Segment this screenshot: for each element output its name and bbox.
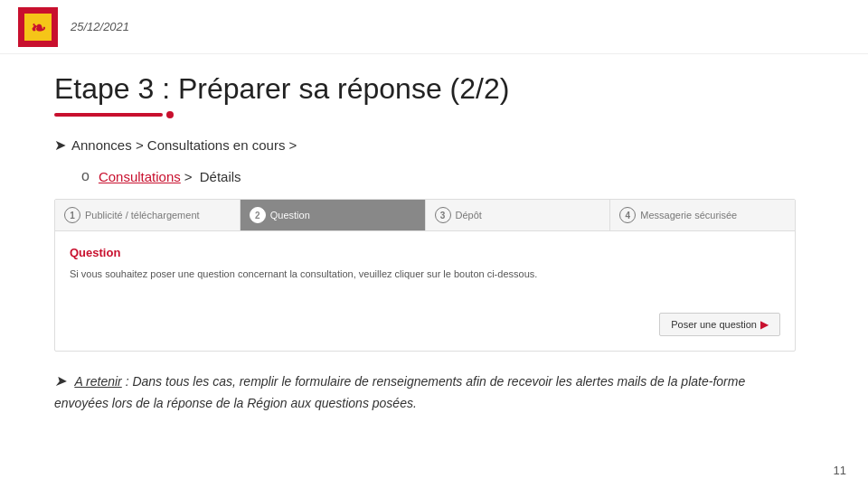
step-tab-1[interactable]: 1 Publicité / téléchargement bbox=[55, 200, 241, 230]
step-label-1: Publicité / téléchargement bbox=[85, 210, 200, 221]
sub-nav-details: Détails bbox=[196, 169, 241, 184]
step-tab-2[interactable]: 2 Question bbox=[241, 200, 426, 230]
step-num-1: 1 bbox=[64, 207, 80, 223]
sub-bullet-icon: o bbox=[81, 168, 90, 184]
step-label-4: Messagerie sécurisée bbox=[640, 210, 737, 221]
date-text: 25/12/2021 bbox=[71, 20, 129, 33]
page-number: 11 bbox=[834, 464, 846, 477]
ask-question-button[interactable]: Poser une question ▶ bbox=[659, 313, 780, 336]
notice-arrow-icon: ➤ bbox=[54, 373, 66, 389]
ask-question-label: Poser une question bbox=[671, 319, 757, 330]
step-num-3: 3 bbox=[435, 207, 451, 223]
step-num-2: 2 bbox=[250, 207, 266, 223]
breadcrumb-text: Annonces > Consultations en cours > bbox=[71, 137, 297, 153]
step-tab-3[interactable]: 3 Dépôt bbox=[426, 200, 611, 230]
question-desc: Si vous souhaitez poser une question con… bbox=[70, 267, 780, 282]
page-title: Etape 3 : Préparer sa réponse (2/2) bbox=[54, 72, 814, 106]
main-content: Etape 3 : Préparer sa réponse (2/2) ➤ An… bbox=[0, 54, 868, 431]
notice-link[interactable]: A retenir bbox=[74, 374, 121, 389]
notice-colon: : bbox=[122, 374, 129, 389]
consultations-link[interactable]: Consultations bbox=[99, 169, 181, 184]
sub-nav-separator: > bbox=[184, 169, 193, 184]
sub-nav: o Consultations > Détails bbox=[54, 168, 814, 184]
svg-text:❧: ❧ bbox=[31, 18, 46, 38]
step-label-2: Question bbox=[270, 210, 310, 221]
page: ❧ 25/12/2021 Etape 3 : Préparer sa répon… bbox=[0, 0, 868, 488]
breadcrumb-arrow-icon: ➤ bbox=[54, 136, 66, 154]
notice: ➤ A retenir : Dans tous les cas, remplir… bbox=[54, 370, 796, 413]
logo-inner: ❧ bbox=[22, 11, 54, 43]
underline-dot bbox=[166, 111, 174, 118]
step-label-3: Dépôt bbox=[456, 210, 482, 221]
step-num-4: 4 bbox=[619, 207, 636, 223]
breadcrumb: ➤ Annonces > Consultations en cours > bbox=[54, 136, 814, 154]
header: ❧ 25/12/2021 bbox=[0, 0, 868, 54]
logo-svg: ❧ bbox=[22, 11, 54, 43]
underline-bar bbox=[54, 113, 163, 117]
step-tab-4[interactable]: 4 Messagerie sécurisée bbox=[610, 200, 795, 230]
steps-footer: Poser une question ▶ bbox=[55, 313, 795, 351]
steps-content: Question Si vous souhaitez poser une que… bbox=[55, 231, 795, 313]
logo-box: ❧ bbox=[18, 7, 58, 47]
steps-box: 1 Publicité / téléchargement 2 Question … bbox=[54, 199, 796, 352]
btn-arrow-icon: ▶ bbox=[760, 318, 769, 331]
title-underline bbox=[54, 111, 814, 118]
question-label: Question bbox=[70, 246, 780, 259]
steps-tabs: 1 Publicité / téléchargement 2 Question … bbox=[55, 200, 795, 231]
notice-body: Dans tous les cas, remplir le formulaire… bbox=[54, 374, 745, 410]
